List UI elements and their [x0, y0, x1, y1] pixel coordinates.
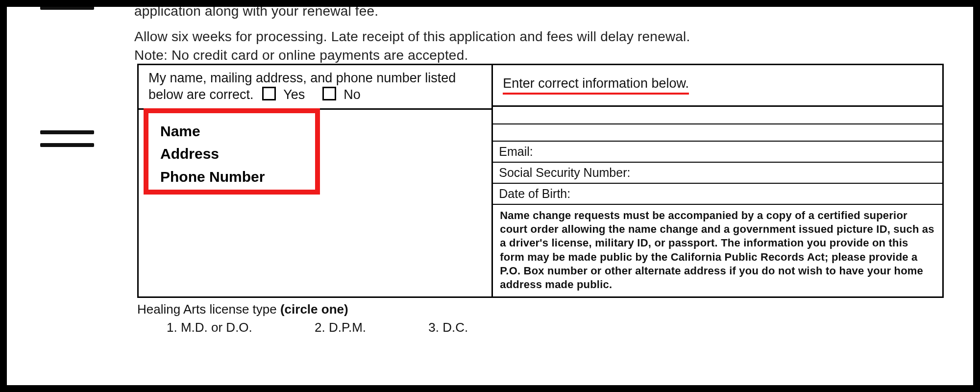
correction-blank-row-2[interactable] — [493, 124, 942, 142]
label-yes: Yes — [283, 87, 305, 102]
instruction-line-2: Allow six weeks for processing. Late rec… — [134, 27, 944, 46]
instruction-text: application along with your renewal fee.… — [134, 2, 944, 64]
license-type-label: Healing Arts license type — [137, 302, 280, 317]
license-option-dc[interactable]: 3. D.C. — [428, 320, 468, 335]
margin-mark-top — [40, 6, 94, 10]
correction-blank-row-1[interactable] — [493, 107, 942, 124]
confirm-info-text-1: My name, mailing address, and phone numb… — [148, 71, 456, 85]
email-field[interactable]: Email: — [493, 142, 942, 163]
table-right-column: Enter correct information below. Email: … — [493, 65, 942, 296]
document-frame: application along with your renewal fee.… — [0, 0, 980, 392]
email-label: Email: — [499, 145, 533, 158]
ssn-label: Social Security Number: — [499, 166, 630, 179]
name-change-note: Name change requests must be accompanied… — [493, 205, 942, 296]
document-content: application along with your renewal fee.… — [7, 7, 973, 385]
label-no: No — [343, 87, 361, 102]
confirm-info-text-2: below are correct. — [148, 87, 254, 102]
license-option-dpm[interactable]: 2. D.P.M. — [315, 320, 366, 335]
info-correction-table: My name, mailing address, and phone numb… — [137, 64, 944, 298]
license-type-section: Healing Arts license type (circle one) 1… — [137, 302, 527, 335]
preprinted-info-area: Name Address Phone Number — [139, 110, 491, 297]
margin-mark-mid-1 — [40, 130, 94, 134]
checkbox-no[interactable] — [322, 87, 336, 100]
highlight-box-content: Name Address Phone Number — [148, 113, 315, 189]
checkbox-yes[interactable] — [262, 87, 276, 100]
confirm-info-header: My name, mailing address, and phone numb… — [139, 65, 491, 110]
license-type-options: 1. M.D. or D.O. 2. D.P.M. 3. D.C. — [167, 320, 527, 335]
margin-mark-mid-2 — [40, 143, 94, 147]
dob-field[interactable]: Date of Birth: — [493, 184, 942, 205]
ssn-field[interactable]: Social Security Number: — [493, 163, 942, 184]
correction-header-text: Enter correct information below. — [503, 76, 689, 95]
placeholder-name: Name — [160, 120, 315, 143]
highlight-box: Name Address Phone Number — [144, 108, 320, 195]
table-left-column: My name, mailing address, and phone numb… — [139, 65, 493, 296]
instruction-line-1: application along with your renewal fee. — [134, 2, 944, 21]
placeholder-address: Address — [160, 143, 315, 166]
correction-header: Enter correct information below. — [493, 65, 942, 107]
license-option-md-do[interactable]: 1. M.D. or D.O. — [167, 320, 252, 335]
placeholder-phone: Phone Number — [160, 166, 315, 189]
instruction-line-3: Note: No credit card or online payments … — [134, 46, 944, 65]
circle-one-label: (circle one) — [280, 302, 348, 317]
dob-label: Date of Birth: — [499, 187, 570, 200]
